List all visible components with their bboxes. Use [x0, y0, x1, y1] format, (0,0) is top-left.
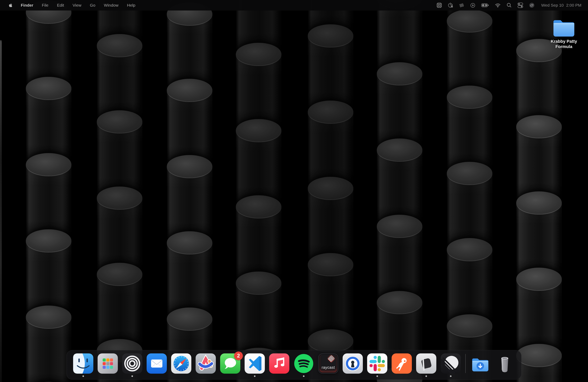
cylinder-top-face [236, 272, 281, 294]
screen-lock-icon[interactable] [447, 2, 453, 8]
clock-date: Wed Sep 10 [541, 3, 564, 8]
dock-item-raycast[interactable]: raycast [318, 353, 338, 374]
cylinder-top-face [447, 162, 492, 184]
cylinder-top-face [97, 34, 142, 57]
menu-item-go[interactable]: Go [90, 3, 95, 8]
cylinder-top-face [308, 177, 353, 199]
menu-item-file[interactable]: File [42, 3, 48, 8]
cylinder-top-face [26, 153, 71, 176]
cylinder-top-face [516, 115, 562, 138]
dock-item-trash[interactable] [495, 353, 515, 374]
cylinder-top-face [167, 231, 212, 254]
cylinder-top-face [377, 291, 422, 314]
raycast-label: raycast [318, 365, 338, 370]
cylinder-top-face [97, 187, 142, 209]
wallpaper-cylinder-column [377, 0, 422, 382]
desktop-folder-krabby-patty[interactable]: Krabby Patty Formula [551, 18, 576, 49]
raycast-tile: raycast [318, 353, 338, 374]
cylinder-top-face [26, 229, 71, 252]
cylinder-top-face [167, 79, 212, 101]
cylinder-top-face [516, 344, 562, 366]
cylinder-top-face [447, 85, 492, 108]
dock-item-linear[interactable] [441, 353, 461, 374]
wallpaper-cylinder-column [236, 0, 281, 382]
cylinder-top-face [236, 119, 281, 142]
cylinder-top-face [26, 306, 71, 328]
notification-badge: 2 [234, 351, 243, 360]
menu-item-window[interactable]: Window [104, 3, 118, 8]
dock-item-downloads[interactable] [470, 353, 490, 374]
dock-item-rings-app[interactable] [122, 353, 142, 374]
cylinder-top-face [308, 24, 353, 47]
menu-item-finder[interactable]: Finder [21, 3, 33, 8]
dock: 2 [66, 350, 522, 380]
cylinder-top-face [236, 195, 281, 218]
spotlight-search-icon[interactable] [506, 2, 512, 8]
wallpaper-cylinder-column [516, 0, 562, 382]
cylinder-top-face [97, 263, 142, 285]
dock-item-mail[interactable] [147, 353, 167, 374]
wallpaper-cylinder-column [447, 0, 492, 382]
raycast-logo-icon [328, 355, 335, 362]
starburst-app-icon[interactable] [437, 2, 442, 8]
cylinder-top-face [97, 110, 142, 133]
dock-item-vscode[interactable] [245, 353, 265, 374]
dock-item-music[interactable] [269, 353, 289, 374]
striped-badge-icon[interactable] [459, 2, 464, 8]
wifi-icon[interactable] [495, 2, 501, 8]
wallpaper-cylinder-column [97, 0, 142, 382]
wallpaper-cylinder-sliver [0, 40, 2, 382]
play-circle-icon[interactable] [470, 2, 476, 8]
control-center-icon[interactable] [517, 2, 524, 8]
running-indicator [131, 375, 133, 377]
running-indicator [303, 375, 304, 377]
menu-item-edit[interactable]: Edit [57, 3, 64, 8]
cylinder-top-face [236, 43, 281, 65]
running-indicator [450, 375, 452, 377]
cylinder-top-face [447, 9, 492, 32]
cylinder-top-face [447, 314, 492, 337]
menu-item-view[interactable]: View [73, 3, 81, 8]
cylinder-top-face [377, 62, 422, 85]
desktop-folder-label: Krabby Patty Formula [545, 39, 583, 49]
cylinder-top-face [516, 191, 562, 214]
wallpaper-cylinder-column [26, 0, 71, 382]
cylinder-top-face [377, 215, 422, 237]
wallpaper-cylinder-column [167, 0, 212, 382]
cylinder-top-face [26, 77, 71, 99]
apple-menu-icon[interactable] [9, 2, 12, 8]
menu-bar-clock[interactable]: Wed Sep 10 2:00 PM [541, 3, 581, 8]
cylinder-top-face [377, 138, 422, 161]
dock-item-launchpad[interactable] [98, 353, 118, 374]
running-indicator [377, 375, 378, 377]
dock-item-arc[interactable] [196, 353, 216, 374]
menu-item-help[interactable]: Help [127, 3, 135, 8]
dock-item-finder[interactable] [73, 353, 93, 374]
cylinder-top-face [308, 101, 353, 123]
dock-item-messages[interactable]: 2 [220, 353, 240, 374]
dock-item-postman[interactable] [392, 353, 412, 374]
desktop-screen: Finder File Edit View Go Window Help [0, 0, 588, 382]
dock-item-spotify[interactable] [294, 353, 314, 374]
dock-item-safari[interactable] [171, 353, 191, 374]
running-indicator [254, 375, 255, 377]
cylinder-top-face [308, 253, 353, 276]
cylinder-top-face [516, 268, 562, 290]
dock-item-panel-app[interactable] [416, 353, 436, 374]
dock-item-1password[interactable] [343, 353, 363, 374]
battery-icon[interactable] [481, 2, 489, 8]
clock-time: 2:00 PM [566, 3, 581, 8]
cylinder-top-face [167, 155, 212, 178]
cylinder-top-face [308, 329, 353, 352]
menu-bar-left: Finder File Edit View Go Window Help [0, 2, 135, 8]
cylinder-top-face [167, 308, 212, 330]
dock-item-slack[interactable] [367, 353, 387, 374]
menu-bar: Finder File Edit View Go Window Help [0, 0, 588, 11]
dock-divider [465, 354, 466, 373]
menu-bar-status-area: Wed Sep 10 2:00 PM [437, 2, 588, 8]
siri-icon[interactable] [529, 2, 535, 8]
wallpaper-cylinder-column [308, 0, 353, 382]
running-indicator [425, 375, 427, 377]
wallpaper [0, 0, 588, 382]
running-indicator [83, 375, 84, 377]
